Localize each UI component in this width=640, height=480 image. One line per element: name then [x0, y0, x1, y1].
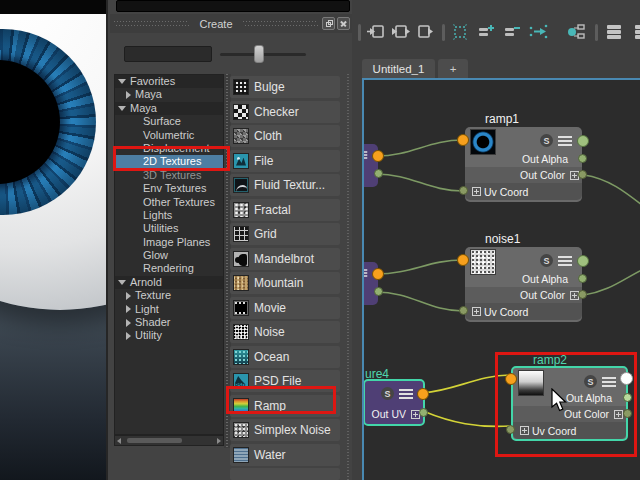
add-selected-to-graph-icon[interactable] — [450, 22, 470, 42]
tree-branch-light[interactable]: Light — [115, 303, 223, 316]
texture-item-noise[interactable]: Noise — [230, 321, 340, 343]
node-editor-tabs: Untitled_1 + — [352, 59, 640, 78]
drag-dots-left[interactable] — [114, 21, 189, 26]
graph-bidirectional-icon[interactable] — [391, 22, 411, 42]
tree-branch-shader[interactable]: Shader — [115, 316, 223, 329]
out-color-row[interactable]: Out Color — [465, 167, 582, 183]
out-alpha-port[interactable] — [578, 154, 587, 163]
list-icon[interactable] — [558, 256, 572, 266]
drag-dots-right[interactable] — [243, 21, 318, 26]
panel-title: Create — [193, 18, 238, 30]
graph-output-icon[interactable] — [416, 22, 436, 42]
node-texture4[interactable]: ure4 S Out UV — [363, 379, 425, 426]
scroll-left-icon[interactable] — [117, 438, 121, 444]
tree-category-maya[interactable]: Maya — [115, 102, 223, 115]
triangle-right-icon — [126, 319, 131, 327]
out-alpha-port[interactable] — [578, 274, 587, 283]
list-icon[interactable] — [362, 151, 367, 159]
texture-item-grid[interactable]: Grid — [230, 223, 340, 245]
create-search-input[interactable] — [124, 46, 212, 62]
out-color-port[interactable] — [578, 170, 587, 179]
tree-item-volumetric[interactable]: Volumetric — [115, 129, 223, 142]
out-uv-port[interactable] — [419, 408, 428, 417]
node-ramp1[interactable]: ramp1 S Out Alpha Out Color Uv Coord — [465, 127, 582, 202]
shading-group-badge-icon[interactable]: S — [381, 387, 394, 400]
restore-panel-button[interactable] — [322, 17, 335, 30]
output-port[interactable] — [374, 287, 383, 296]
checker-icon — [233, 104, 249, 120]
texture-item-fluid-texture[interactable]: Fluid Textur... — [230, 174, 340, 196]
expand-icon[interactable] — [472, 187, 481, 196]
new-tab-button[interactable]: + — [438, 59, 468, 78]
tree-item-lights[interactable]: Lights — [115, 209, 223, 222]
uv-coord-row[interactable]: Uv Coord — [465, 183, 582, 200]
texture-item-cloth[interactable]: Cloth — [230, 125, 340, 147]
output-port[interactable] — [577, 135, 589, 147]
fractal-icon — [233, 202, 249, 218]
out-uv-row[interactable]: Out UV — [365, 405, 423, 423]
input-port[interactable] — [457, 134, 469, 146]
texture-item-movie[interactable]: Movie — [230, 297, 340, 319]
node-place2d-stub-1[interactable] — [362, 144, 378, 187]
texture-item-mandelbrot[interactable]: Mandelbrot — [230, 248, 340, 270]
tree-item-image-planes[interactable]: Image Planes — [115, 236, 223, 249]
node-place2d-stub-2[interactable] — [362, 262, 378, 305]
output-port[interactable] — [577, 255, 589, 267]
layout-connected-icon[interactable] — [632, 22, 640, 42]
expand-icon[interactable] — [472, 307, 481, 316]
add-nodes-icon[interactable] — [476, 22, 496, 42]
shading-group-badge-icon[interactable]: S — [540, 254, 553, 267]
tree-item-env-textures[interactable]: Env Textures — [115, 182, 223, 195]
shading-group-badge-icon[interactable]: S — [540, 134, 553, 147]
out-alpha-row[interactable]: Out Alpha — [465, 151, 582, 167]
graph-input-icon[interactable] — [366, 22, 386, 42]
out-color-row[interactable]: Out Color — [465, 287, 582, 303]
texture-item-bulge[interactable]: Bulge — [230, 76, 340, 98]
pin-connections-icon[interactable] — [528, 22, 548, 42]
connection-style-icon[interactable] — [566, 22, 586, 42]
tree-branch-texture[interactable]: Texture — [115, 289, 223, 302]
tree-item-rendering[interactable]: Rendering — [115, 262, 223, 275]
output-port[interactable] — [372, 268, 384, 280]
icon-size-slider[interactable] — [220, 53, 306, 56]
file-icon — [233, 153, 249, 169]
tab-untitled-1[interactable]: Untitled_1 — [362, 59, 435, 78]
tree-item-surface[interactable]: Surface — [115, 115, 223, 128]
panel-splitter[interactable] — [345, 74, 352, 480]
texture-item-file[interactable]: File — [230, 150, 340, 172]
tree-category-arnold[interactable]: Arnold — [115, 276, 223, 289]
texture-item-fractal[interactable]: Fractal — [230, 199, 340, 221]
list-icon[interactable] — [558, 136, 572, 146]
tree-item-glow[interactable]: Glow — [115, 249, 223, 262]
uv-coord-port[interactable] — [459, 306, 468, 315]
texture-item-water[interactable]: Water — [230, 444, 340, 466]
icon-size-slider-thumb[interactable] — [254, 45, 264, 63]
output-port[interactable] — [417, 388, 429, 400]
close-panel-button[interactable] — [337, 17, 350, 30]
layout-simple-icon[interactable] — [604, 22, 624, 42]
tree-horizontal-scrollbar[interactable] — [114, 435, 224, 446]
input-port[interactable] — [457, 254, 469, 266]
output-port[interactable] — [372, 150, 384, 162]
texture-item-checker[interactable]: Checker — [230, 101, 340, 123]
node-noise1[interactable]: noise1 S Out Alpha Out Color Uv Coord — [465, 247, 582, 322]
scroll-thumb[interactable] — [127, 438, 182, 443]
tree-branch-utility[interactable]: Utility — [115, 329, 223, 342]
output-port[interactable] — [374, 169, 383, 178]
uv-coord-port[interactable] — [459, 186, 468, 195]
scroll-right-icon[interactable] — [217, 438, 221, 444]
tree-category-favorites[interactable]: Favorites — [115, 75, 223, 88]
create-panel-titlebar[interactable]: Create — [110, 14, 352, 33]
texture-item-mountain[interactable]: Mountain — [230, 272, 340, 294]
texture-item-simplex-noise[interactable]: Simplex Noise — [230, 419, 340, 441]
out-alpha-row[interactable]: Out Alpha — [465, 271, 582, 287]
remove-nodes-icon[interactable] — [502, 22, 522, 42]
texture-item-ocean[interactable]: Ocean — [230, 346, 340, 368]
tree-item-other-textures[interactable]: Other Textures — [115, 196, 223, 209]
tree-branch-maya-favorites[interactable]: Maya — [115, 88, 223, 101]
tree-item-utilities[interactable]: Utilities — [115, 222, 223, 235]
list-icon[interactable] — [399, 389, 413, 399]
out-color-port[interactable] — [578, 290, 587, 299]
uv-coord-row[interactable]: Uv Coord — [465, 303, 582, 320]
list-icon[interactable] — [362, 269, 367, 277]
